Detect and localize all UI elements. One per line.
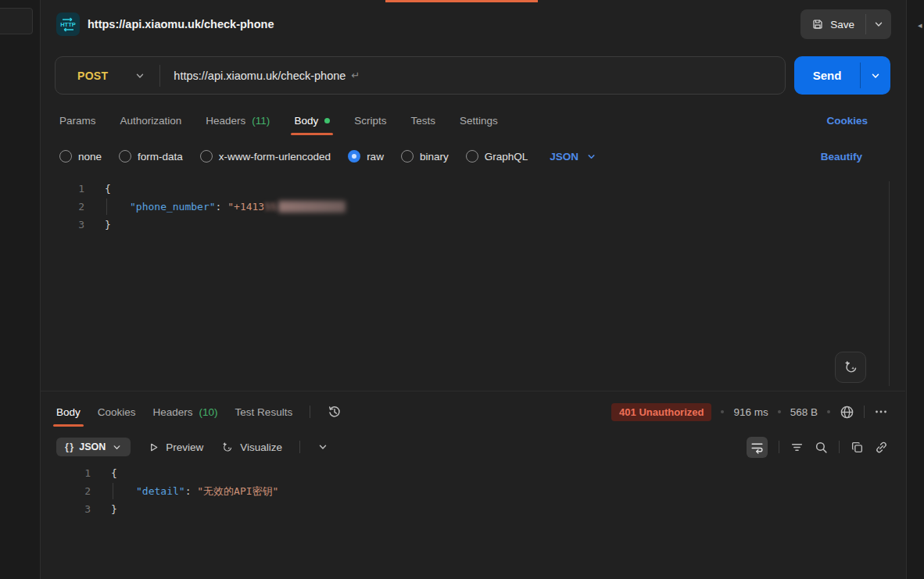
send-options-button[interactable] xyxy=(861,56,890,95)
save-button[interactable]: Save xyxy=(800,9,865,39)
url-bar: POST https://api.xiaomu.uk/check-phone ↵ xyxy=(55,56,786,95)
response-tab-cookies[interactable]: Cookies xyxy=(98,406,136,418)
method-selector[interactable]: POST xyxy=(56,70,159,82)
line-number: 2 xyxy=(41,201,84,213)
radio-selected-icon xyxy=(348,150,360,163)
divider xyxy=(310,406,310,418)
tab-headers[interactable]: Headers (11) xyxy=(206,115,270,127)
tab-settings-label: Settings xyxy=(460,115,498,127)
line-number: 1 xyxy=(41,183,84,195)
json-value-blurred: 55 xyxy=(264,201,277,213)
tab-settings[interactable]: Settings xyxy=(460,115,498,127)
raw-format-dropdown[interactable]: JSON xyxy=(550,151,596,163)
response-toolbar: { } JSON Preview Visualize xyxy=(41,433,905,461)
editor-scrollbar[interactable] xyxy=(889,181,890,386)
left-sidebar-rail xyxy=(0,0,41,579)
tab-params[interactable]: Params xyxy=(59,115,96,127)
request-body-editor[interactable]: 1 { 2 "phone_number": "+141355 3 } xyxy=(41,180,899,389)
body-type-bar: none form-data x-www-form-urlencoded raw… xyxy=(59,144,905,169)
svg-text:HTTP: HTTP xyxy=(60,21,76,28)
code-line: 3 } xyxy=(41,500,905,518)
divider xyxy=(299,441,300,453)
postbot-ai-button[interactable] xyxy=(835,352,866,383)
divider xyxy=(839,441,840,453)
send-button[interactable]: Send xyxy=(794,56,860,95)
response-tab-body[interactable]: Body xyxy=(56,406,81,418)
url-input[interactable]: https://api.xiaomu.uk/check-phone ↵ xyxy=(160,70,785,82)
search-button[interactable] xyxy=(815,441,828,454)
tab-tests-label: Tests xyxy=(410,115,435,127)
radio-none[interactable]: none xyxy=(59,150,102,163)
request-title: https://api.xiaomu.uk/check-phone xyxy=(88,0,274,48)
url-text: https://api.xiaomu.uk/check-phone xyxy=(174,70,346,82)
radio-raw[interactable]: raw xyxy=(348,150,384,163)
radio-binary[interactable]: binary xyxy=(401,150,449,163)
response-view-options-button[interactable] xyxy=(317,441,328,452)
visualize-label: Visualize xyxy=(240,441,282,453)
beautify-link[interactable]: Beautify xyxy=(821,144,862,169)
radio-graphql[interactable]: GraphQL xyxy=(466,150,528,163)
send-button-label: Send xyxy=(813,69,842,82)
preview-button[interactable]: Preview xyxy=(148,441,203,453)
status-badge: 401 Unauthorized xyxy=(611,403,711,421)
pane-splitter[interactable] xyxy=(41,391,905,391)
line-number: 1 xyxy=(41,467,91,479)
chevron-down-icon xyxy=(317,441,328,452)
cookies-link[interactable]: Cookies xyxy=(826,105,868,136)
send-button-group: Send xyxy=(794,56,890,95)
response-tab-test-results[interactable]: Test Results xyxy=(235,406,293,418)
separator-dot xyxy=(778,410,781,413)
response-tabs: Body Cookies Headers (10) Test Results 4… xyxy=(41,395,905,428)
response-tools xyxy=(747,433,888,461)
filter-button[interactable] xyxy=(790,441,804,454)
network-info-button[interactable] xyxy=(840,405,854,420)
tab-scripts[interactable]: Scripts xyxy=(354,115,386,127)
response-tab-body-label: Body xyxy=(56,406,81,418)
tab-authorization[interactable]: Authorization xyxy=(120,115,182,127)
radio-circle-icon xyxy=(466,150,478,163)
braces-icon: { } xyxy=(65,441,73,452)
chevron-down-icon xyxy=(586,152,596,162)
code-token: { xyxy=(111,467,117,479)
save-button-label: Save xyxy=(830,19,854,30)
chevron-down-icon xyxy=(134,70,145,81)
line-number: 2 xyxy=(41,485,91,497)
line-number: 3 xyxy=(41,503,91,515)
response-history-button[interactable] xyxy=(328,405,342,419)
save-button-group: Save xyxy=(800,9,891,39)
copy-response-button[interactable] xyxy=(851,441,864,454)
radio-x-www-form-urlencoded[interactable]: x-www-form-urlencoded xyxy=(200,150,331,163)
response-body-viewer: 1 { 2 "detail": "无效的API密钥" 3 } xyxy=(41,464,905,579)
response-tab-headers[interactable]: Headers (10) xyxy=(153,406,218,418)
json-value: "+1413 xyxy=(227,201,264,213)
json-value: "无效的API密钥" xyxy=(197,484,278,499)
tab-body[interactable]: Body xyxy=(294,115,330,127)
code-token: { xyxy=(105,183,111,195)
wrap-text-icon xyxy=(750,441,764,454)
copy-icon xyxy=(851,441,864,454)
separator-dot xyxy=(721,410,724,413)
enter-hint-icon: ↵ xyxy=(351,70,360,81)
separator-dot xyxy=(827,410,830,413)
radio-urlencoded-label: x-www-form-urlencoded xyxy=(219,151,331,163)
visualize-button[interactable]: Visualize xyxy=(220,441,282,454)
save-options-button[interactable] xyxy=(866,9,891,39)
radio-form-data[interactable]: form-data xyxy=(119,150,183,163)
chevron-down-icon xyxy=(112,442,122,452)
chevron-down-icon xyxy=(870,70,881,81)
link-icon xyxy=(875,441,888,454)
response-tab-cookies-label: Cookies xyxy=(98,406,136,418)
response-more-options-button[interactable] xyxy=(874,405,888,419)
wrap-text-button[interactable] xyxy=(747,437,768,458)
tab-tests[interactable]: Tests xyxy=(410,115,435,127)
link-button[interactable] xyxy=(875,441,888,454)
code-token: } xyxy=(111,503,117,515)
code-line: 1 { xyxy=(41,180,899,198)
response-time: 916 ms xyxy=(733,406,768,418)
globe-icon xyxy=(840,405,854,420)
redacted-region xyxy=(278,201,346,213)
response-format-dropdown[interactable]: { } JSON xyxy=(56,438,131,456)
filter-icon xyxy=(790,441,804,454)
ellipsis-icon xyxy=(874,405,888,419)
right-sidebar-rail: ◂ xyxy=(906,0,924,579)
